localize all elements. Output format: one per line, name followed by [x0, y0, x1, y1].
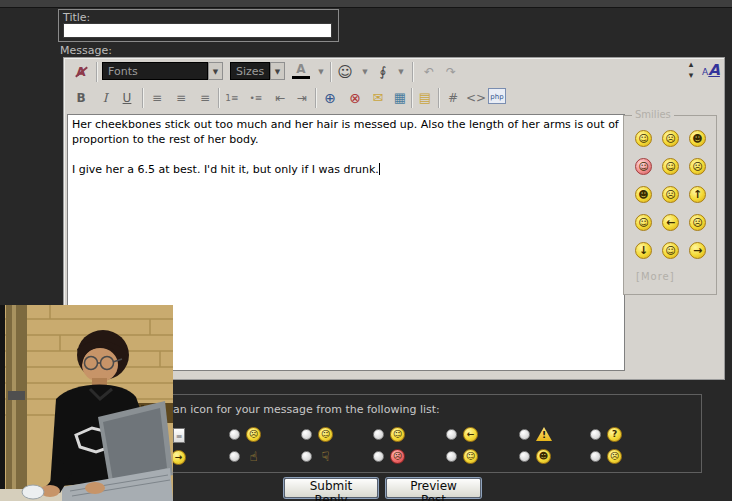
post-icon-radio-cool[interactable]	[373, 429, 384, 440]
insert-link-icon[interactable]: ⊕	[321, 88, 339, 108]
message-label: Message:	[60, 44, 112, 57]
post-icon-radio-thumbs-up[interactable]	[229, 451, 240, 462]
post-icon-radio-arrow-left[interactable]	[446, 429, 457, 440]
smiley-grin-teeth-icon[interactable]: ☻	[635, 186, 652, 203]
post-icon-radio-smile[interactable]	[301, 429, 312, 440]
toolbar-row-1: A Fonts ▼ Sizes ▼ A ▼ ☺ ▼ ∮ ▼ ↶ ↷ ▴ ▾ AA	[64, 58, 724, 86]
post-icon-mad[interactable]: ☹	[390, 449, 405, 464]
post-icon-radio-angry[interactable]	[229, 429, 240, 440]
align-right-icon[interactable]: ≡	[196, 88, 214, 108]
font-color-icon[interactable]: A	[292, 62, 310, 79]
post-icon-exclamation[interactable]: !	[536, 427, 552, 442]
post-icon-label: an icon for your message from the follow…	[173, 403, 440, 416]
outdent-icon[interactable]: ⇤	[271, 88, 289, 108]
photo-overlay	[0, 305, 173, 501]
sizes-dropdown[interactable]: Sizes	[230, 62, 270, 80]
remove-format-icon[interactable]: A	[72, 62, 90, 82]
post-icon-radio-question[interactable]	[590, 429, 601, 440]
smiley-sad-icon[interactable]: ☹	[689, 214, 706, 231]
post-icon-unhappy[interactable]: ☹	[607, 449, 622, 464]
post-icon-cool[interactable]: ☺	[390, 427, 405, 442]
smiley-confused-icon[interactable]: ☺	[662, 242, 679, 259]
smiley-arrow-left-icon[interactable]: ←	[662, 214, 679, 231]
smiley-devil-icon[interactable]: ☹	[662, 186, 679, 203]
submit-reply-button[interactable]: Submit Reply	[284, 478, 378, 498]
wrap-php-icon[interactable]: php	[488, 88, 506, 104]
toolbar-separator	[412, 62, 414, 82]
resize-down-icon[interactable]: ▾	[682, 69, 700, 81]
top-strip	[0, 0, 732, 8]
smiley-cool-icon[interactable]: ☺	[635, 214, 652, 231]
sizes-dropdown-arrow-icon[interactable]: ▼	[270, 62, 285, 80]
toolbar-separator	[142, 88, 144, 108]
smiley-redface-icon[interactable]: ☺	[635, 158, 652, 175]
smiley-frown-icon[interactable]: ☹	[662, 130, 679, 147]
post-icon-thumbs-down[interactable]: ☟	[318, 449, 333, 464]
post-icon-radio-mad[interactable]	[373, 451, 384, 462]
fonts-dropdown[interactable]: Fonts	[102, 62, 208, 80]
smilies-legend: Smilies	[632, 109, 674, 120]
toolbar-separator	[218, 88, 220, 108]
toolbar-separator	[315, 88, 317, 108]
unordered-list-icon[interactable]: •≡	[247, 88, 265, 108]
post-icon-radio-big-grin[interactable]	[519, 451, 530, 462]
indent-icon[interactable]: ⇥	[293, 88, 311, 108]
attachment-icon[interactable]: ∮	[374, 62, 392, 82]
attachment-arrow-icon[interactable]: ▼	[392, 62, 410, 82]
smiley-smirk-icon[interactable]: ☺	[662, 158, 679, 175]
insert-image-icon[interactable]: ▦	[391, 88, 409, 108]
smiley-menu-icon[interactable]: ☺	[336, 62, 354, 82]
wrap-code-icon[interactable]: <>	[466, 88, 486, 108]
toolbar-separator	[330, 62, 332, 82]
post-icon-question[interactable]: ?	[607, 427, 622, 442]
smiley-arrow-right-icon[interactable]: →	[689, 242, 706, 259]
toolbar-separator	[438, 88, 440, 108]
post-icon-radio-unhappy[interactable]	[590, 451, 601, 462]
post-icon-post[interactable]: ≡	[173, 428, 185, 443]
smiley-biggrin-icon[interactable]: ☻	[689, 130, 706, 147]
toolbar-separator	[411, 88, 413, 108]
post-icon-radio-wink[interactable]	[446, 451, 457, 462]
text-caret	[379, 163, 380, 175]
wrap-quote-icon[interactable]: ▤	[416, 88, 434, 108]
bold-icon[interactable]: B	[72, 88, 90, 108]
smiley-menu-arrow-icon[interactable]: ▼	[356, 62, 374, 82]
title-input[interactable]	[63, 23, 332, 38]
title-fieldset: Title:	[58, 9, 339, 42]
underline-icon[interactable]: U	[118, 88, 136, 108]
wrap-hash-icon[interactable]: #	[444, 88, 462, 108]
undo-icon[interactable]: ↶	[420, 62, 438, 82]
post-icon-thumbs-up[interactable]: ☝	[246, 449, 261, 464]
smiley-rolleyes-icon[interactable]: ☺	[635, 130, 652, 147]
ordered-list-icon[interactable]: 1≡	[223, 88, 241, 108]
more-smilies-link[interactable]: [More]	[636, 271, 675, 282]
post-icon-angry[interactable]: ☹	[246, 427, 261, 442]
post-icon-wink[interactable]: ☺	[463, 449, 478, 464]
post-icon-arrow[interactable]: →	[171, 450, 186, 465]
insert-email-icon[interactable]: ✉	[369, 88, 387, 108]
toolbar-separator	[96, 62, 98, 82]
smiley-arrow-up-icon[interactable]: ↑	[689, 186, 706, 203]
message-paragraph-1: Her cheekbones stick out too much and he…	[72, 117, 620, 147]
italic-icon[interactable]: I	[96, 88, 114, 108]
smilies-panel: Smilies ☺ ☹ ☻ ☺ ☺ ☹ ☻ ☹ ↑ ☺ ← ☹ ↓ ☺ → [M…	[623, 115, 717, 295]
smiley-mad-icon[interactable]: ☹	[689, 158, 706, 175]
remove-link-icon[interactable]: ⊗	[346, 88, 364, 108]
align-left-icon[interactable]: ≡	[148, 88, 166, 108]
redo-icon[interactable]: ↷	[442, 62, 460, 82]
toolbar-row-2: B I U ≡ ≡ ≡ 1≡ •≡ ⇤ ⇥ ⊕ ⊗ ✉ ▦ ▤ # <> php	[64, 86, 724, 112]
message-paragraph-2: I give her a 6.5 at best. I'd hit it, bu…	[72, 162, 620, 177]
post-icon-radio-exclamation[interactable]	[519, 429, 530, 440]
smiley-arrow-down-icon[interactable]: ↓	[635, 242, 652, 259]
post-icon-arrow-left[interactable]: ←	[463, 427, 478, 442]
editor-mode-toggle-icon[interactable]: AA	[700, 60, 722, 80]
post-icon-big-grin[interactable]: ☻	[536, 449, 551, 464]
preview-post-button[interactable]: Preview Post	[386, 478, 481, 498]
font-color-arrow-icon[interactable]: ▼	[312, 62, 330, 82]
post-icon-smile[interactable]: ☺	[318, 427, 333, 442]
fonts-dropdown-arrow-icon[interactable]: ▼	[208, 62, 223, 80]
align-center-icon[interactable]: ≡	[172, 88, 190, 108]
photo-illustration	[0, 305, 173, 501]
post-icon-radio-thumbs-down[interactable]	[301, 451, 312, 462]
